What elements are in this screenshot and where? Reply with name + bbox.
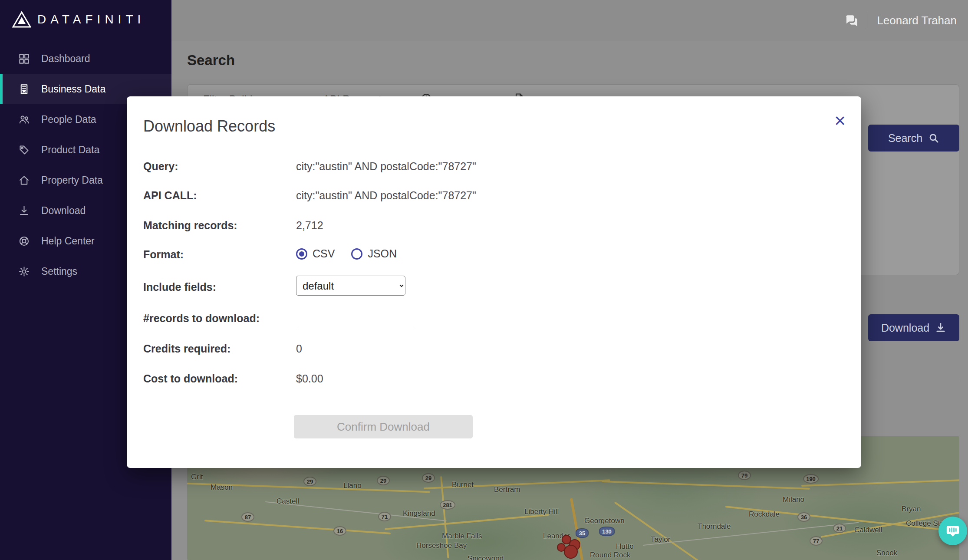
matching-records-value: 2,712 [296,219,323,232]
sidebar-item-label: People Data [41,114,96,125]
topbar: Leonard Trahan [171,0,968,41]
brand-logo: DATAFINITI [0,0,171,28]
map-city-label: Grit [191,473,203,481]
map-city-label: Llano [343,481,362,490]
query-value: city:"austin" AND postalCode:"78727" [296,160,476,173]
include-fields-select[interactable]: default [296,276,405,296]
highway-shield-icon: 190 [803,474,819,484]
map-city-label: Marble Falls [442,532,482,540]
brand-name: DATAFINITI [37,13,145,26]
map-marker[interactable] [564,545,578,559]
sidebar-item-label: Property Data [41,175,103,186]
highway-shield-icon: 77 [810,536,823,546]
map-city-label: Burnet [452,481,474,489]
business-data-icon [18,83,30,95]
help-center-icon [18,235,30,247]
map-road-minor [643,522,859,546]
download-icon [935,322,946,333]
map-road [801,479,959,487]
download-records-modal: Download Records × Query: city:"austin" … [127,96,861,468]
map-city-label: Kingsland [403,509,435,518]
dashboard-icon [18,53,30,65]
chat-launcher-button[interactable] [938,517,967,545]
format-json-radio[interactable] [351,248,362,260]
cost-label: Cost to download: [143,372,238,385]
map-city-label: Mason [211,483,233,492]
sidebar-item-label: Product Data [41,144,99,156]
highway-shield-icon: 130 [599,527,615,536]
matching-records-label: Matching records: [143,219,237,232]
page-title: Search [187,52,235,69]
highway-shield-icon: 87 [241,512,254,522]
highway-shield-icon: 29 [303,477,316,486]
highway-shield-icon: 281 [440,500,455,510]
map-city-label: Bryan [902,505,921,514]
format-csv-radio[interactable] [296,248,307,260]
product-data-icon [18,144,30,156]
sidebar-item-label: Download [41,205,86,217]
query-label: Query: [143,160,178,173]
chat-bubble-icon [945,524,960,538]
search-button[interactable]: Search [868,125,959,152]
credits-required-value: 0 [296,343,302,355]
map-city-label: Castell [277,497,299,506]
close-icon[interactable]: × [834,111,846,130]
map-city-label: Snook [876,549,897,557]
property-data-icon [18,175,30,186]
highway-shield-icon: 16 [333,526,346,536]
map-city-label: Taylor [651,535,670,544]
sidebar-item-label: Help Center [41,235,95,247]
highway-shield-icon: 35 [576,528,589,538]
format-label: Format: [143,248,184,261]
modal-title: Download Records [143,117,275,135]
map-city-label: Spicewood [468,554,504,560]
people-data-icon [18,114,30,125]
map-city-label: Hutto [616,542,634,551]
map-city-label: Liberty Hill [524,507,559,516]
highway-shield-icon: 21 [833,524,846,533]
search-icon [928,132,939,144]
format-json-label: JSON [368,247,397,260]
map-city-label: Thorndale [698,522,731,531]
topbar-divider [868,13,868,29]
download-button[interactable]: Download [868,314,959,341]
download-icon [18,205,30,217]
highway-shield-icon: 71 [378,512,391,521]
highway-shield-icon: 79 [738,471,751,480]
highway-shield-icon: 36 [797,512,810,522]
include-fields-label: Include fields: [143,281,216,293]
map-city-label: Bertram [494,485,520,494]
map-city-label: Round Rock [590,551,631,560]
format-radio-group: CSV JSON [296,247,397,260]
api-call-value: city:"austin" AND postalCode:"78727" [296,189,476,202]
credits-required-label: Credits required: [143,343,230,355]
user-menu[interactable]: Leonard Trahan [877,14,957,27]
cost-value: $0.00 [296,372,323,385]
chat-messages-icon[interactable] [844,13,859,28]
sidebar-item-label: Dashboard [41,53,90,65]
highway-shield-icon: 29 [377,476,390,485]
map-city-label: Caldwell [854,526,882,534]
confirm-download-button[interactable]: Confirm Download [294,415,473,438]
search-button-label: Search [888,132,922,145]
datafiniti-logo-icon [12,11,31,28]
download-button-label: Download [881,322,929,334]
map-road [204,520,391,534]
api-call-label: API CALL: [143,189,197,202]
records-count-input[interactable] [296,313,416,328]
settings-icon [18,266,30,277]
sidebar-item-label: Settings [41,266,77,277]
records-count-label: #records to download: [143,312,260,325]
format-csv-label: CSV [313,247,335,260]
sidebar-item-label: Business Data [41,83,105,95]
map-city-label: Georgetown [584,517,625,525]
map-road [602,481,810,490]
map-city-label: Horseshoe Bay [416,541,467,550]
map-city-label: Milano [783,495,804,504]
sidebar-item-dashboard[interactable]: Dashboard [0,43,171,74]
map-city-label: Rockdale [749,510,780,519]
highway-shield-icon: 29 [422,473,435,483]
